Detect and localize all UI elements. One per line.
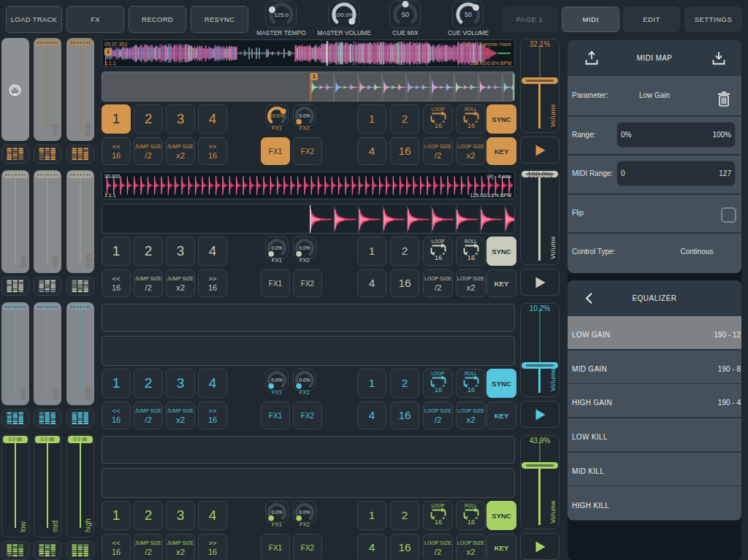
svg-text:16: 16 bbox=[467, 121, 475, 129]
svg-text:16: 16 bbox=[434, 253, 442, 261]
svg-text:69.6%: 69.6% bbox=[270, 113, 284, 118]
svg-text:125.0: 125.0 bbox=[273, 12, 289, 18]
svg-text:0.0%: 0.0% bbox=[299, 245, 310, 250]
svg-text:0.0%: 0.0% bbox=[272, 510, 283, 515]
svg-text:16: 16 bbox=[434, 518, 442, 526]
svg-text:16: 16 bbox=[467, 386, 475, 394]
svg-text:0.0%: 0.0% bbox=[299, 377, 310, 383]
svg-text:0.0%: 0.0% bbox=[299, 113, 310, 118]
svg-text:16: 16 bbox=[434, 386, 442, 394]
svg-text:100.0%: 100.0% bbox=[334, 12, 354, 18]
svg-text:16: 16 bbox=[467, 253, 475, 261]
svg-text:0.0%: 0.0% bbox=[272, 377, 283, 383]
svg-text:16: 16 bbox=[467, 518, 475, 526]
svg-text:0.0%: 0.0% bbox=[272, 245, 283, 250]
svg-text:16: 16 bbox=[434, 121, 442, 129]
svg-text:0.0%: 0.0% bbox=[299, 510, 310, 515]
svg-text:50: 50 bbox=[464, 11, 471, 18]
svg-text:50: 50 bbox=[401, 11, 408, 18]
